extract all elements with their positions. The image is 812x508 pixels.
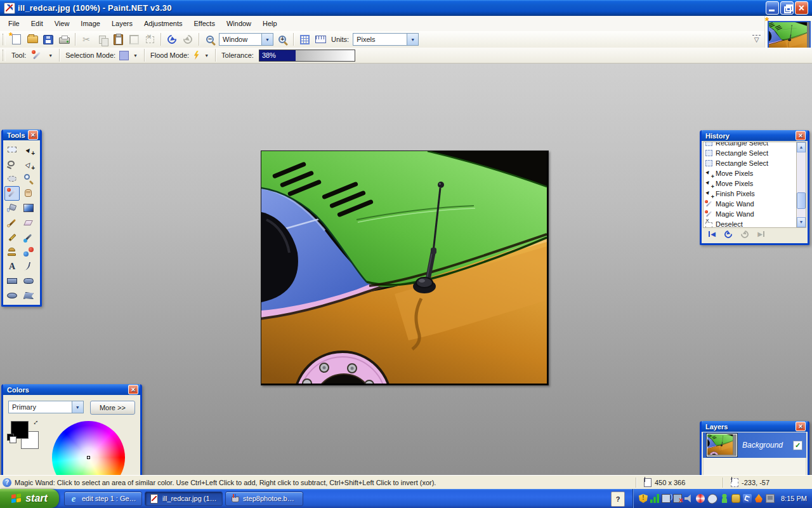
close-button[interactable] — [795, 1, 808, 15]
menu-item[interactable]: View — [49, 16, 75, 31]
layer-visibility-checkbox[interactable]: ✓ — [793, 441, 802, 450]
history-palette-titlebar[interactable]: History × — [702, 130, 808, 141]
chevron-down-icon[interactable]: ▼ — [261, 34, 273, 45]
color-wheel-marker[interactable] — [87, 456, 90, 459]
open-file-icon[interactable] — [25, 32, 39, 46]
history-item[interactable]: Rectangle Select — [705, 142, 796, 148]
canvas[interactable] — [261, 150, 549, 385]
history-item[interactable]: Rectangle Select — [705, 158, 796, 168]
eraser-tool[interactable] — [21, 215, 36, 230]
tray-mouse-icon[interactable] — [705, 492, 719, 505]
copy-icon[interactable] — [95, 32, 109, 46]
move-selected-pixels-tool[interactable] — [21, 142, 36, 157]
swap-colors-icon[interactable]: ↔ — [29, 416, 41, 427]
history-item[interactable]: Finish Pixels — [705, 189, 796, 199]
taskbar-button-paintdotnet[interactable]: ill_redcar.jpg (100%)... — [145, 491, 223, 506]
history-item[interactable]: Deselect — [705, 219, 796, 228]
tray-messenger-icon[interactable] — [720, 494, 729, 503]
color-mode-dropdown[interactable]: Primary ▼ — [8, 401, 84, 413]
menu-item[interactable]: Image — [75, 16, 106, 31]
units-dropdown[interactable]: Pixels ▼ — [353, 33, 419, 46]
freeform-shape-tool[interactable] — [21, 288, 36, 303]
menu-item[interactable]: Help — [257, 16, 283, 31]
history-fastforward-button[interactable]: ▶ — [755, 229, 768, 239]
tray-signal-strength-icon[interactable] — [650, 494, 659, 503]
new-file-icon[interactable] — [10, 32, 23, 46]
rectangle-select-tool[interactable] — [4, 142, 20, 157]
chevron-down-icon[interactable]: ▼ — [407, 34, 418, 45]
line-curve-tool[interactable] — [21, 259, 36, 274]
history-item[interactable]: Rectangle Select — [705, 148, 796, 158]
zoom-out-icon[interactable] — [203, 32, 217, 46]
taskbar-help-button[interactable]: ? — [611, 491, 625, 507]
tray-display-settings-icon[interactable] — [766, 494, 775, 503]
more-button[interactable]: More >> — [90, 401, 135, 415]
rectangle-tool[interactable] — [4, 274, 20, 288]
restore-button[interactable] — [780, 1, 794, 15]
layer-row-background[interactable]: Background ✓ — [703, 432, 806, 458]
colors-palette-titlebar[interactable]: Colors × — [3, 384, 140, 395]
reset-colors-icon[interactable] — [7, 434, 14, 441]
layers-palette-titlebar[interactable]: Layers × — [702, 421, 808, 432]
ruler-toggle-icon[interactable] — [313, 32, 327, 46]
close-icon[interactable]: × — [796, 131, 806, 140]
scroll-thumb[interactable] — [797, 192, 806, 209]
redo-icon[interactable] — [181, 32, 195, 46]
paint-bucket-tool[interactable] — [4, 201, 20, 215]
history-item[interactable]: Magic Wand — [705, 199, 796, 209]
history-scrollbar[interactable]: ▲ ▼ — [797, 142, 806, 228]
zoom-in-icon[interactable] — [275, 32, 289, 46]
active-tool-magic-wand-icon[interactable] — [30, 48, 44, 62]
recolor-tool[interactable] — [21, 244, 36, 259]
tray-utility-icon[interactable] — [731, 494, 740, 503]
chevron-down-icon[interactable]: ▼ — [72, 401, 83, 413]
save-icon[interactable] — [41, 32, 55, 46]
flood-mode-lightning-icon[interactable] — [193, 51, 200, 60]
undo-icon[interactable] — [165, 32, 179, 46]
history-redo-button[interactable] — [738, 229, 751, 239]
gradient-tool[interactable] — [21, 201, 36, 215]
paintbrush-tool[interactable] — [4, 215, 20, 230]
tray-wireless-display-icon[interactable] — [662, 494, 671, 503]
ellipse-select-tool[interactable] — [4, 171, 20, 186]
close-icon[interactable]: × — [128, 385, 138, 394]
ellipse-tool[interactable] — [4, 288, 20, 303]
history-rewind-button[interactable]: ◀ — [705, 229, 718, 239]
tool-dropdown-arrow[interactable]: ▼ — [46, 53, 55, 58]
flood-mode-dropdown-arrow[interactable]: ▼ — [202, 53, 211, 58]
zoom-tool[interactable] — [21, 171, 36, 186]
tray-volume-icon[interactable] — [684, 494, 693, 503]
menu-item[interactable]: Window — [221, 16, 257, 31]
tray-flame-icon[interactable] — [754, 494, 763, 503]
text-tool[interactable] — [4, 259, 20, 274]
zoom-mode-dropdown[interactable]: Window ▼ — [219, 33, 273, 46]
scroll-up-icon[interactable]: ▲ — [797, 142, 806, 152]
pencil-tool[interactable] — [4, 230, 20, 244]
color-picker-tool[interactable] — [21, 230, 36, 244]
start-button[interactable]: start — [0, 489, 59, 508]
taskbar-button-internet-explorer[interactable]: edit step 1 : Get Pain... — [64, 491, 142, 506]
close-icon[interactable]: × — [28, 130, 38, 140]
minimize-button[interactable] — [766, 1, 779, 15]
tray-network-disconnected-icon[interactable] — [673, 494, 682, 503]
clone-stamp-tool[interactable] — [4, 244, 20, 259]
menu-item[interactable]: File — [3, 16, 25, 31]
selection-mode-icon[interactable] — [119, 51, 129, 60]
history-undo-button[interactable] — [722, 229, 735, 239]
deselect-icon[interactable] — [143, 32, 157, 46]
tray-security-shield-icon[interactable] — [639, 494, 648, 503]
lasso-select-tool[interactable] — [4, 157, 20, 171]
grid-toggle-icon[interactable] — [298, 32, 311, 46]
tray-swirl-app-icon[interactable] — [696, 494, 705, 503]
close-icon[interactable]: × — [796, 422, 806, 431]
taskbar-button-mspaint[interactable]: step8photoe.bmp - P... — [225, 491, 303, 506]
paste-icon[interactable] — [111, 32, 125, 46]
menu-item[interactable]: Adjustments — [138, 16, 188, 31]
print-icon[interactable] — [57, 32, 71, 46]
move-selection-tool[interactable] — [21, 157, 36, 171]
menu-item[interactable]: Edit — [25, 16, 49, 31]
tray-blue-app-icon[interactable] — [743, 494, 752, 503]
history-item[interactable]: Move Pixels — [705, 168, 796, 178]
cut-icon[interactable] — [79, 32, 93, 46]
rounded-rectangle-tool[interactable] — [21, 274, 36, 288]
